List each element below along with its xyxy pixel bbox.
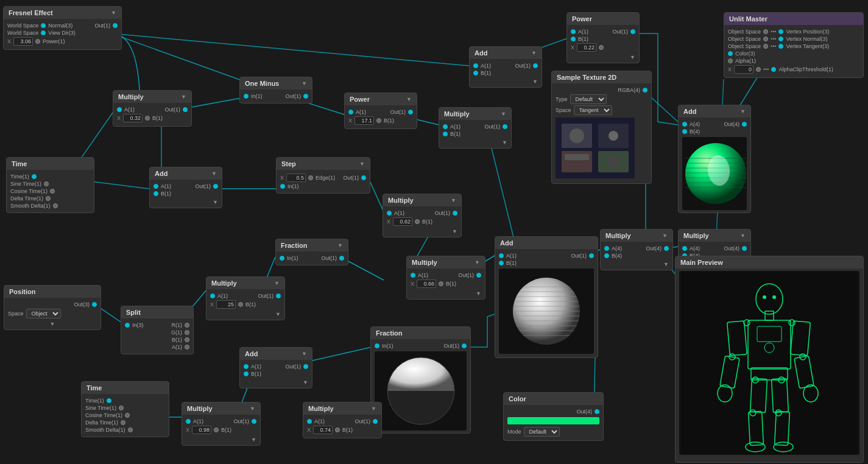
step1-edge-input[interactable]	[286, 174, 306, 182]
multiply3-out-dot[interactable]	[453, 211, 457, 216]
time1-delta-dot[interactable]	[46, 196, 51, 201]
multiply7-b-input[interactable]	[313, 426, 333, 434]
split-g-dot[interactable]	[185, 330, 189, 335]
multiply5-b-dot[interactable]	[439, 281, 443, 286]
step1-in-dot[interactable]	[280, 184, 285, 189]
power1-collapse[interactable]: ▼	[406, 96, 412, 102]
position-space-select[interactable]: Object World View	[26, 309, 61, 318]
multiply9-out-dot[interactable]	[742, 246, 747, 251]
multiply1-collapse[interactable]: ▼	[181, 94, 186, 100]
multiply4-a-dot[interactable]	[210, 294, 215, 298]
time1-cosine-dot[interactable]	[50, 189, 55, 194]
color-bar[interactable]	[507, 417, 599, 424]
add2-collapse2[interactable]: ▼	[213, 199, 218, 205]
oneminus-out-dot[interactable]	[303, 94, 308, 99]
step1-edge-dot[interactable]	[308, 175, 313, 180]
fresnel-collapse[interactable]: ▼	[111, 10, 116, 16]
multiply3-collapse2[interactable]: ▼	[452, 228, 457, 234]
add1-b-dot[interactable]	[473, 71, 478, 76]
multiply5-collapse2[interactable]: ▼	[476, 290, 481, 297]
multiply2-a-dot[interactable]	[443, 124, 448, 129]
power2-val-input[interactable]	[577, 43, 596, 52]
unlit-alphathres-input[interactable]	[734, 65, 753, 74]
texture-type-select[interactable]: Default Normal	[570, 94, 607, 104]
add3-a-dot[interactable]	[499, 253, 504, 258]
add4-out-dot[interactable]	[303, 364, 308, 369]
multiply5-a-dot[interactable]	[411, 273, 415, 278]
add1-a-dot[interactable]	[473, 63, 478, 68]
add1-out-dot[interactable]	[533, 63, 538, 68]
multiply8-out-dot[interactable]	[252, 419, 256, 424]
unlit-alphathres-dot[interactable]	[756, 67, 761, 72]
time1-time-dot[interactable]	[32, 174, 37, 179]
split-a-dot[interactable]	[185, 345, 189, 350]
multiply7-collapse[interactable]: ▼	[371, 406, 376, 412]
multiply4-b-dot[interactable]	[238, 302, 243, 307]
fraction1-out-dot[interactable]	[339, 256, 344, 261]
multiply6-collapse2[interactable]: ▼	[663, 261, 669, 267]
split-b-dot[interactable]	[185, 337, 189, 342]
multiply1-a-dot[interactable]	[117, 107, 122, 112]
add5-out-dot[interactable]	[742, 122, 747, 127]
multiply2-collapse[interactable]: ▼	[501, 111, 506, 117]
multiply1-b-input[interactable]	[123, 114, 143, 122]
fresnel-normal-dot[interactable]	[41, 23, 46, 28]
time1-smooth-dot[interactable]	[53, 203, 58, 208]
time2-smooth-dot[interactable]	[128, 427, 133, 432]
multiply9-collapse[interactable]: ▼	[740, 233, 746, 239]
add5-collapse[interactable]: ▼	[740, 108, 746, 114]
add5-a-dot[interactable]	[682, 122, 687, 127]
add4-b-dot[interactable]	[244, 371, 249, 376]
time2-delta-dot[interactable]	[121, 420, 125, 425]
multiply7-a-dot[interactable]	[307, 419, 312, 424]
multiply5-collapse[interactable]: ▼	[475, 259, 480, 265]
multiply8-collapse2[interactable]: ▼	[251, 437, 256, 443]
position-out-dot[interactable]	[92, 302, 97, 307]
power2-out-dot[interactable]	[630, 29, 635, 34]
multiply4-out-dot[interactable]	[276, 294, 281, 298]
split-r-dot[interactable]	[185, 323, 189, 328]
multiply2-b-dot[interactable]	[443, 132, 448, 136]
multiply6-b-dot[interactable]	[604, 253, 609, 258]
step1-collapse[interactable]: ▼	[359, 161, 365, 167]
split-in-dot[interactable]	[125, 323, 130, 328]
position-collapse[interactable]: ▼	[50, 321, 55, 327]
power1-b-dot[interactable]	[376, 118, 381, 123]
unlit-alphathres-dot2[interactable]	[771, 67, 776, 72]
multiply5-b-input[interactable]	[417, 279, 436, 288]
multiply2-out-dot[interactable]	[503, 124, 507, 129]
multiply4-collapse2[interactable]: ▼	[275, 311, 281, 317]
unlit-vs-dot[interactable]	[763, 29, 768, 34]
multiply8-b-input[interactable]	[192, 426, 211, 434]
power1-a-dot[interactable]	[348, 110, 353, 114]
multiply3-b-dot[interactable]	[415, 219, 420, 224]
oneminus-collapse[interactable]: ▼	[302, 80, 307, 86]
fresnel-power-input[interactable]	[13, 37, 33, 46]
add4-a-dot[interactable]	[244, 364, 249, 369]
multiply5-out-dot[interactable]	[476, 273, 481, 278]
power2-b-dot[interactable]	[571, 37, 576, 41]
fresnel-viewdir-dot[interactable]	[41, 30, 46, 35]
step1-out-dot[interactable]	[361, 175, 366, 180]
multiply8-b-dot[interactable]	[214, 427, 219, 432]
power2-a-dot[interactable]	[571, 29, 576, 34]
power2-val-dot[interactable]	[599, 45, 604, 50]
color-out-dot[interactable]	[595, 409, 599, 414]
multiply8-collapse[interactable]: ▼	[250, 406, 255, 412]
add2-out-dot[interactable]	[213, 184, 218, 189]
unlit-color-dot[interactable]	[728, 51, 733, 56]
unlit-tangent-dot[interactable]	[778, 44, 783, 49]
multiply3-collapse[interactable]: ▼	[451, 197, 456, 203]
add3-b-dot[interactable]	[499, 261, 504, 265]
fraction2-out-dot[interactable]	[462, 343, 467, 348]
fraction1-collapse[interactable]: ▼	[337, 242, 343, 248]
multiply4-collapse[interactable]: ▼	[274, 280, 280, 286]
add5-b-dot[interactable]	[682, 129, 687, 134]
unlit-normal-dot[interactable]	[778, 37, 783, 41]
unlit-alpha-dot[interactable]	[728, 58, 733, 63]
add2-b-dot[interactable]	[153, 191, 158, 196]
multiply1-out-dot[interactable]	[183, 107, 188, 112]
time2-cosine-dot[interactable]	[125, 413, 130, 418]
fraction1-in-dot[interactable]	[280, 256, 284, 261]
texture-rgba-dot[interactable]	[643, 88, 647, 93]
